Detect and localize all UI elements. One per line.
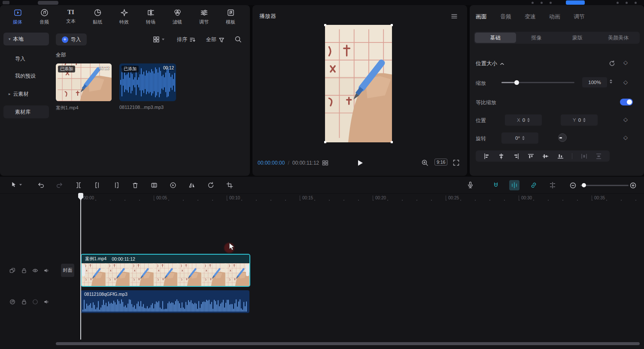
- align-left-icon[interactable]: [483, 153, 490, 159]
- mute-track-icon[interactable]: [43, 267, 50, 274]
- media-item-audio[interactable]: 已添加 00:12 08112108...mp3.mp3: [119, 63, 176, 110]
- keyframe-diamond-icon[interactable]: ◇: [623, 79, 628, 85]
- sort-button[interactable]: 排序: [177, 36, 196, 43]
- scale-stepper[interactable]: [610, 79, 612, 84]
- rotation-stepper[interactable]: [522, 136, 525, 140]
- preview-quality-icon[interactable]: [421, 159, 428, 166]
- player-menu-icon[interactable]: [451, 13, 458, 20]
- search-button[interactable]: [234, 36, 242, 43]
- align-middle-vertical-icon[interactable]: [542, 153, 549, 159]
- tab-speed[interactable]: 变速: [525, 13, 536, 21]
- selection-handle[interactable]: [391, 24, 393, 26]
- trim-left-icon[interactable]: [94, 181, 101, 189]
- zoom-out-icon[interactable]: [569, 182, 577, 189]
- crop-icon[interactable]: [226, 181, 234, 189]
- audio-clip[interactable]: 08112108qGFfG.mp3: [81, 290, 249, 313]
- align-right-icon[interactable]: [513, 153, 519, 159]
- tab-templates[interactable]: 模板: [217, 9, 244, 25]
- tab-picture[interactable]: 画面: [476, 13, 487, 21]
- timeline-zoom-slider[interactable]: [580, 185, 629, 186]
- scale-value-box[interactable]: 100%: [582, 77, 607, 87]
- audio-thumbnail[interactable]: 已添加 00:12: [119, 63, 176, 101]
- selection-handle[interactable]: [324, 24, 326, 26]
- uniform-scale-toggle[interactable]: [620, 99, 633, 105]
- tab-audio-props[interactable]: 音频: [500, 13, 511, 21]
- subtab-mask[interactable]: 蒙版: [557, 33, 598, 43]
- fullscreen-icon[interactable]: [453, 159, 460, 166]
- timeline-ruler[interactable]: 00:0000:0500:1000:1500:2000:2500:3000:35: [0, 195, 644, 202]
- disabled-toggle-icon[interactable]: [32, 298, 39, 305]
- sidebar-item-library[interactable]: 素材库: [3, 105, 49, 118]
- sidebar-item-presets[interactable]: 我的预设: [3, 69, 49, 82]
- distribute-horizontal-icon[interactable]: [581, 153, 587, 159]
- split-icon[interactable]: [75, 181, 82, 189]
- video-preview[interactable]: [325, 25, 392, 142]
- sidebar-item-cloud[interactable]: ▸ 云素材: [3, 87, 49, 100]
- subtab-basic[interactable]: 基础: [475, 33, 516, 43]
- position-x-box[interactable]: X 0: [505, 114, 542, 126]
- tab-adjust[interactable]: 调节: [191, 9, 217, 25]
- selection-handle[interactable]: [324, 141, 326, 143]
- redo-icon[interactable]: [56, 181, 64, 189]
- clip-trim-handle-left[interactable]: [82, 265, 85, 276]
- keyframe-diamond-icon[interactable]: ◇: [623, 116, 628, 123]
- subtab-keying[interactable]: 抠像: [516, 33, 557, 43]
- distribute-vertical-icon[interactable]: [595, 153, 602, 159]
- playhead-line[interactable]: [80, 195, 81, 340]
- timeline-zoom-thumb[interactable]: [582, 183, 586, 187]
- trim-right-icon[interactable]: [112, 181, 120, 189]
- media-item-video[interactable]: 已添加 00:13 案例1.mp4: [56, 63, 112, 111]
- tab-sticker[interactable]: 贴纸: [84, 9, 111, 25]
- keyframe-diamond-icon[interactable]: ◇: [623, 134, 628, 141]
- tab-animation[interactable]: 动画: [549, 13, 560, 21]
- mute-audio-track-icon[interactable]: [43, 298, 50, 305]
- reverse-icon[interactable]: [169, 181, 177, 189]
- x-stepper[interactable]: [527, 118, 530, 122]
- hide-track-icon[interactable]: [32, 267, 39, 274]
- aspect-ratio-button[interactable]: 9:16: [434, 159, 447, 165]
- align-top-icon[interactable]: [528, 153, 534, 159]
- audio-track-icon[interactable]: [9, 298, 16, 305]
- keyframe-diamond-icon[interactable]: ◇: [623, 59, 628, 66]
- view-mode-dropdown[interactable]: [153, 36, 164, 43]
- tab-adjustment[interactable]: 调节: [574, 13, 585, 21]
- sidebar-item-import[interactable]: 导入: [3, 52, 49, 65]
- zoom-in-icon[interactable]: [629, 182, 637, 189]
- record-voice-icon[interactable]: [466, 181, 474, 189]
- delete-icon[interactable]: [131, 181, 139, 189]
- y-stepper[interactable]: [583, 118, 586, 122]
- rotate-icon[interactable]: [207, 181, 215, 189]
- tab-effects[interactable]: 特效: [111, 9, 137, 25]
- frame-grid-icon[interactable]: [322, 159, 328, 166]
- window-controls[interactable]: [617, 2, 637, 4]
- tab-transitions[interactable]: 转场: [137, 9, 164, 25]
- cover-button[interactable]: 封面: [61, 264, 74, 277]
- tab-text[interactable]: TI 文本: [58, 9, 84, 25]
- horizontal-scrollbar[interactable]: [56, 342, 640, 345]
- export-button[interactable]: [566, 0, 585, 5]
- select-tool[interactable]: [9, 181, 22, 189]
- video-thumbnail[interactable]: 已添加 00:13: [56, 63, 112, 101]
- align-center-horizontal-icon[interactable]: [498, 153, 504, 159]
- freeze-frame-icon[interactable]: [150, 181, 158, 189]
- link-toggle[interactable]: [530, 181, 538, 189]
- auto-snap-toggle[interactable]: [509, 180, 519, 190]
- play-button[interactable]: [355, 159, 364, 167]
- sidebar-item-local[interactable]: ▾ 本地: [3, 33, 49, 45]
- section-position-size[interactable]: 位置大小: [476, 60, 504, 67]
- tab-media[interactable]: 媒体: [4, 9, 31, 25]
- rotation-knob[interactable]: [558, 133, 567, 142]
- tab-filters[interactable]: 滤镜: [164, 9, 191, 25]
- tab-audio[interactable]: 音频: [31, 9, 58, 25]
- overlay-track-icon[interactable]: [9, 267, 16, 274]
- clip-trim-handle-right[interactable]: [246, 265, 249, 276]
- preview-axis-toggle[interactable]: [549, 181, 556, 189]
- filter-dropdown[interactable]: 全部: [206, 36, 225, 43]
- video-clip[interactable]: 案例1.mp4 00:00:11:12: [81, 254, 250, 287]
- lock-audio-track-icon[interactable]: [21, 298, 27, 305]
- lock-track-icon[interactable]: [21, 267, 27, 274]
- selection-handle[interactable]: [391, 141, 393, 143]
- titlebar-icon[interactable]: [550, 2, 552, 4]
- align-bottom-icon[interactable]: [557, 153, 564, 159]
- reset-icon[interactable]: [609, 60, 615, 66]
